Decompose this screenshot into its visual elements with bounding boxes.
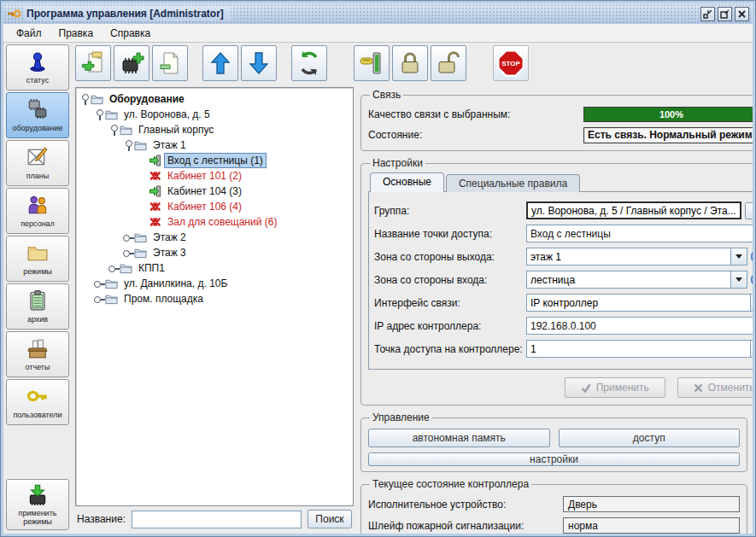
group-browse-button[interactable]: ... <box>745 202 753 219</box>
tree-node[interactable]: Пром. площадка <box>76 291 353 306</box>
details-panel: Связь Качество связи с выбранным: 100% С… <box>355 85 753 534</box>
help-icon[interactable]: ? <box>751 248 753 265</box>
tab-general[interactable]: Основные <box>370 172 444 192</box>
tree-node[interactable]: ул. Воронова, д. 5 <box>76 107 353 122</box>
tree-node[interactable]: Кабинет 101 (2) <box>76 168 353 184</box>
tree-leaf-spacer <box>138 169 149 183</box>
lock-button[interactable] <box>392 45 428 81</box>
settings-tab-panel: Группа: ул. Воронова, д. 5 / Главный кор… <box>368 191 753 370</box>
app-icon <box>7 8 21 20</box>
menu-help[interactable]: Справка <box>103 26 158 41</box>
sidebar-item-equipment[interactable]: оборудование <box>6 92 69 138</box>
tree-node[interactable]: Кабинет 104 (3) <box>76 184 353 199</box>
sidebar-apply-modes-button[interactable]: применить режимы <box>6 479 69 530</box>
interface-value: IP контроллер <box>527 297 750 309</box>
sidebar-item-status[interactable]: статус <box>6 44 69 90</box>
tree-node-label: Кабинет 106 (4) <box>164 199 245 214</box>
actuator-label: Исполнительное устройство: <box>368 499 563 511</box>
settings-field-row: Зона со стороны выхода: этаж 1 ? <box>374 245 753 268</box>
add-group-button[interactable] <box>75 45 111 81</box>
equipment-tree[interactable]: Оборудование ул. Воронова, д. 5 Главный … <box>75 87 354 506</box>
move-up-button[interactable] <box>202 45 238 81</box>
tree-expand-handle[interactable] <box>108 261 120 275</box>
add-controller-button[interactable] <box>114 45 149 81</box>
tree-node-selected[interactable]: Вход с лестницы (1) <box>76 153 353 168</box>
sidebar-item-users[interactable]: пользователи <box>6 379 69 425</box>
close-button[interactable] <box>735 7 749 21</box>
maximize-button[interactable] <box>718 7 732 21</box>
chevron-down-icon[interactable] <box>750 341 753 357</box>
chevron-down-icon[interactable] <box>750 295 753 311</box>
exit-zone-combobox[interactable]: этаж 1 <box>526 248 747 266</box>
ip-address-input[interactable] <box>526 317 753 335</box>
search-input[interactable] <box>132 511 302 528</box>
tree-node[interactable]: ул. Данилкина, д. 10Б <box>76 276 353 291</box>
tree-node[interactable]: Оборудование <box>76 91 353 107</box>
sidebar-item-archive[interactable]: архив <box>6 283 69 330</box>
tree-collapse-handle[interactable] <box>79 92 91 106</box>
access-point-name-label: Название точки доступа: <box>374 228 526 240</box>
entry-zone-value: лестница <box>527 274 730 286</box>
tree-expand-handle[interactable] <box>94 292 105 306</box>
tree-collapse-handle[interactable] <box>94 108 105 121</box>
search-button[interactable]: Поиск <box>308 510 352 528</box>
equipment-chips-icon <box>26 98 49 124</box>
tab-special-rules[interactable]: Специальные правила <box>446 174 580 192</box>
x-icon <box>694 383 703 393</box>
access-point-icon <box>149 185 164 198</box>
move-down-button[interactable] <box>241 45 277 81</box>
tree-node-label: Этаж 1 <box>149 137 190 153</box>
tree-expand-handle[interactable] <box>123 246 134 260</box>
controller-settings-button[interactable]: настройки <box>368 452 740 466</box>
tree-node[interactable]: Этаж 1 <box>76 137 353 153</box>
group-path-field[interactable]: ул. Воронова, д. 5 / Главный корпус / Эт… <box>526 201 741 219</box>
tree-expand-handle[interactable] <box>94 277 105 290</box>
unlock-button[interactable] <box>431 45 466 81</box>
controller-access-point-combobox[interactable]: 1 <box>526 340 753 358</box>
tree-node[interactable]: КПП1 <box>76 260 353 276</box>
tree-node[interactable]: Этаж 3 <box>76 245 353 260</box>
tree-collapse-handle[interactable] <box>108 123 120 137</box>
tree-expand-handle[interactable] <box>123 231 134 244</box>
archive-clipboard-icon <box>26 289 49 315</box>
tree-node-label: Этаж 3 <box>149 245 190 260</box>
menu-edit[interactable]: Правка <box>51 26 102 41</box>
remove-item-button[interactable] <box>152 45 188 81</box>
access-button[interactable]: доступ <box>559 429 741 447</box>
access-point-icon <box>149 155 164 167</box>
tree-node[interactable]: Главный корпус <box>76 122 353 137</box>
group-field-label: Группа: <box>374 205 526 217</box>
access-denied-icon <box>149 170 164 183</box>
folder-icon <box>105 108 120 121</box>
sidebar-item-reports[interactable]: отчеты <box>6 331 69 377</box>
minimize-button[interactable] <box>700 7 715 21</box>
tree-leaf-spacer <box>138 200 149 213</box>
chevron-down-icon[interactable] <box>730 271 747 288</box>
autonomous-memory-button[interactable]: автономная память <box>368 429 550 447</box>
tree-node[interactable]: Зал для совещаний (6) <box>76 214 353 230</box>
refresh-button[interactable] <box>291 45 327 81</box>
search-label: Название: <box>77 513 126 525</box>
access-point-name-input[interactable] <box>526 225 753 242</box>
interface-combobox[interactable]: IP контроллер <box>526 294 753 312</box>
chevron-down-icon[interactable] <box>730 248 747 265</box>
help-icon[interactable]: ? <box>751 271 753 288</box>
entry-zone-combobox[interactable]: лестница <box>526 271 747 289</box>
sidebar-item-plans[interactable]: планы <box>6 140 69 186</box>
tree-collapse-handle[interactable] <box>123 138 134 152</box>
sidebar-spacer <box>6 427 69 479</box>
controller-state-group-title: Текущее состояние контроллера <box>370 478 531 490</box>
tree-node-label: Вход с лестницы (1) <box>164 153 267 168</box>
connection-group: Связь Качество связи с выбранным: 100% С… <box>360 89 753 151</box>
apply-button[interactable]: Применить <box>565 377 665 398</box>
sidebar-item-personnel[interactable]: персонал <box>6 188 69 234</box>
stop-button[interactable]: STOP <box>493 45 529 81</box>
access-point-button[interactable] <box>354 45 390 81</box>
apply-modes-chip-icon <box>26 483 49 509</box>
tree-node[interactable]: Этаж 2 <box>76 230 353 245</box>
cancel-button[interactable]: Отменить <box>677 377 753 398</box>
sidebar-item-modes[interactable]: режимы <box>6 236 69 282</box>
menu-file[interactable]: Файл <box>9 26 50 41</box>
tree-node[interactable]: Кабинет 106 (4) <box>76 199 353 214</box>
tree-node-label: Зал для совещаний (6) <box>164 214 280 230</box>
